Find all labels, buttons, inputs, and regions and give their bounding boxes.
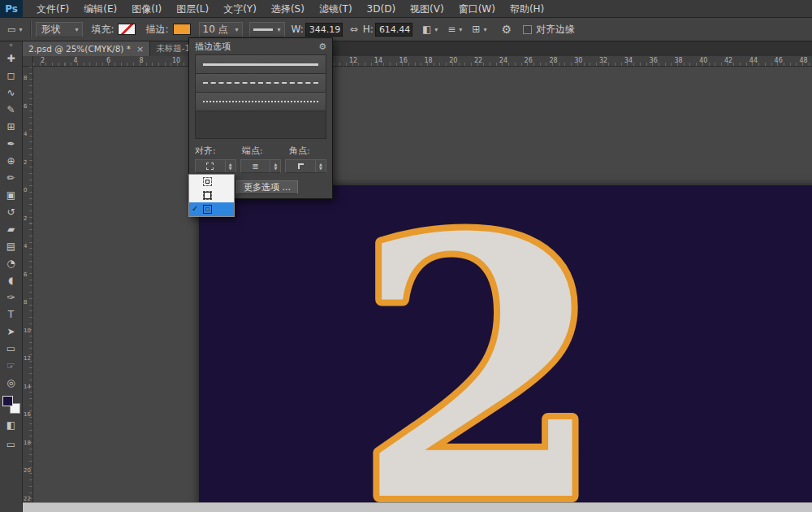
type-tool[interactable]: T [2, 306, 21, 323]
chevron-down-icon: ▾ [459, 26, 462, 33]
caps-select[interactable]: ≣ ▲▼ [240, 159, 282, 173]
tool-preset-picker[interactable]: ▭ ▾ [4, 21, 25, 37]
hand-tool[interactable]: ☞ [2, 357, 21, 374]
brush-tool[interactable]: ✏ [2, 169, 21, 186]
stroke-preset-dotted[interactable] [196, 93, 326, 111]
stroke-width-value: 10 点 [203, 23, 228, 37]
v-ruler-num-10: 12 [24, 355, 31, 362]
canvas-numeral: 2 [356, 185, 604, 502]
menu-item-1[interactable]: 编辑(E) [76, 0, 124, 18]
stroke-style-select[interactable]: ▾ [249, 22, 285, 37]
menu-item-10[interactable]: 帮助(H) [503, 0, 551, 18]
corners-select[interactable]: ▲▼ [285, 159, 326, 173]
dodge-tool[interactable]: ◖ [2, 271, 21, 289]
horizontal-ruler[interactable]: 246810 121416182022242628303234363840424… [33, 56, 812, 67]
pen-tool[interactable]: ✑ [2, 289, 21, 306]
shape-settings-button[interactable]: ⚙ [498, 21, 515, 37]
dotted-line-sample [203, 101, 318, 102]
menu-item-3[interactable]: 图层(L) [169, 0, 216, 18]
eyedropper-tool[interactable]: ✒ [2, 135, 21, 152]
healing-brush-tool[interactable]: ⊕ [2, 152, 21, 169]
panel-menu-gear-icon[interactable]: ⚙ [318, 41, 326, 52]
v-ruler-num-14: 20 [24, 467, 31, 474]
screen-mode-icon[interactable]: ▭ [2, 436, 21, 453]
menu-item-0[interactable]: 文件(F) [29, 0, 76, 18]
history-brush-tool[interactable]: ↺ [2, 203, 21, 220]
path-arrangement-button[interactable]: ⊞ ▾ [469, 21, 490, 37]
document-canvas[interactable]: 2 [199, 185, 812, 502]
path-alignment-button[interactable]: ≡ ▾ [444, 21, 465, 37]
h-ruler-num-12: 36 [650, 57, 658, 64]
clone-stamp-tool[interactable]: ▣ [2, 186, 21, 203]
align-label: 对齐: [195, 145, 242, 157]
stroke-align-option-inside[interactable] [189, 175, 234, 189]
h-ruler-num-10: 32 [599, 57, 607, 64]
crop-tool[interactable]: ⊞ [2, 118, 21, 135]
chevron-down-icon: ▾ [19, 26, 22, 33]
quick-selection-tool[interactable]: ✎ [2, 101, 21, 118]
width-input[interactable]: 344.19 [305, 23, 343, 37]
menu-item-6[interactable]: 滤镜(T) [312, 0, 360, 18]
marquee-tool[interactable]: ◻ [2, 67, 21, 84]
align-center-icon [203, 191, 212, 200]
tool-mode-select[interactable]: 形状 ▾ [36, 22, 83, 37]
h-ruler-num-9: 30 [574, 57, 582, 64]
move-tool[interactable]: ✚ [2, 50, 21, 67]
stroke-align-option-outside[interactable]: ✓ [189, 202, 234, 216]
close-icon[interactable]: × [136, 44, 144, 54]
stroke-align-dropdown: ✓ [188, 174, 235, 217]
canvas-workspace[interactable]: 2 [33, 67, 812, 502]
ruler-numbers-right: 12141618202224262830323436384042444648 [33, 56, 812, 66]
stroke-width-field[interactable]: 10 点 ▾ [199, 22, 243, 37]
path-operations-button[interactable]: ◧ ▾ [419, 21, 441, 37]
v-ruler-num-2: 4 [24, 131, 27, 137]
v-ruler-num-0: 8 [24, 75, 27, 81]
collapse-toolbar-icon[interactable]: « [9, 41, 13, 50]
v-ruler-num-4: 0 [24, 187, 27, 193]
eraser-tool[interactable]: ▰ [2, 220, 21, 237]
menu-item-2[interactable]: 图像(I) [124, 0, 169, 18]
stroke-align-option-center[interactable] [189, 189, 234, 202]
align-select-value [196, 163, 225, 170]
h-ruler-num-8: 28 [549, 57, 557, 64]
quick-mask-icon[interactable]: ◧ [2, 417, 21, 433]
tab-document-2psd[interactable]: 2.psd @ 25%(CMYK/8) * × [23, 41, 150, 56]
menu-item-5[interactable]: 选择(S) [264, 0, 312, 18]
menu-item-9[interactable]: 窗口(W) [451, 0, 503, 18]
document-tab-bar: 2.psd @ 25%(CMYK/8) * × 未标题-1 @ 6 [23, 41, 812, 56]
rectangle-tool[interactable]: ▭ [2, 340, 21, 357]
zoom-tool[interactable]: ◎ [2, 374, 21, 391]
blur-tool[interactable]: ◔ [2, 254, 21, 271]
align-edges-checkbox[interactable] [523, 25, 532, 34]
solid-line-sample [203, 63, 318, 66]
fill-swatch[interactable] [118, 24, 136, 35]
stroke-style-sample [253, 28, 273, 31]
corners-select-value [286, 163, 315, 169]
lasso-tool[interactable]: ∿ [2, 84, 21, 101]
h-ruler-num-18: 48 [799, 57, 807, 64]
link-dimensions-icon[interactable]: ⇔ [350, 24, 358, 35]
tool-options-bar: ▭ ▾ 形状 ▾ 填充: 描边: 10 点 ▾ ▾ W: 344.19 ⇔ H:… [0, 18, 812, 41]
menu-item-7[interactable]: 3D(D) [360, 0, 403, 18]
vertical-ruler[interactable]: 86420246810121416182022 [23, 67, 33, 502]
numeral-graphic: 2 [199, 185, 812, 502]
tool-mode-value: 形状 [41, 23, 60, 37]
stroke-preset-solid[interactable] [196, 55, 326, 74]
stroke-preset-dashed[interactable] [196, 74, 326, 93]
v-ruler-num-13: 18 [24, 440, 31, 446]
v-ruler-num-12: 16 [24, 411, 31, 418]
tool-list: ✚◻∿✎⊞✒⊕✏▣↺▰▤◔◖✑T➤▭☞◎ [2, 50, 21, 391]
foreground-color-swatch[interactable] [2, 396, 13, 406]
ruler-origin-corner[interactable] [23, 56, 33, 67]
more-options-button[interactable]: 更多选项 ... [236, 180, 298, 194]
ruler-numbers-vertical: 86420246810121416182022 [23, 67, 32, 502]
path-selection-tool[interactable]: ➤ [2, 323, 21, 340]
stroke-swatch[interactable] [173, 24, 191, 35]
menu-item-4[interactable]: 文字(Y) [216, 0, 264, 18]
height-input[interactable]: 614.44 [375, 23, 412, 37]
caps-label: 端点: [242, 145, 289, 157]
gradient-tool[interactable]: ▤ [2, 237, 21, 254]
menu-item-8[interactable]: 视图(V) [403, 0, 451, 18]
stroke-corners-icon [298, 163, 304, 169]
align-select[interactable]: ▲▼ [195, 159, 236, 173]
